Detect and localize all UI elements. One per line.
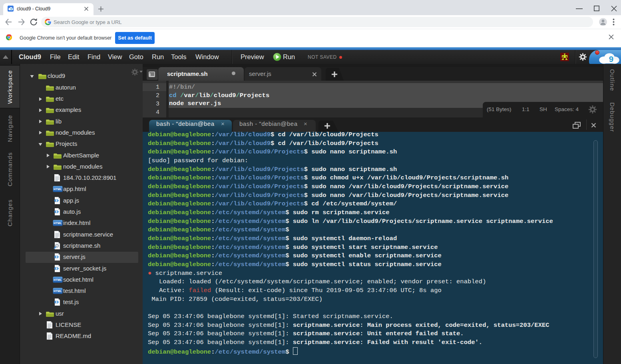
svg-text:9: 9 [10, 7, 12, 11]
